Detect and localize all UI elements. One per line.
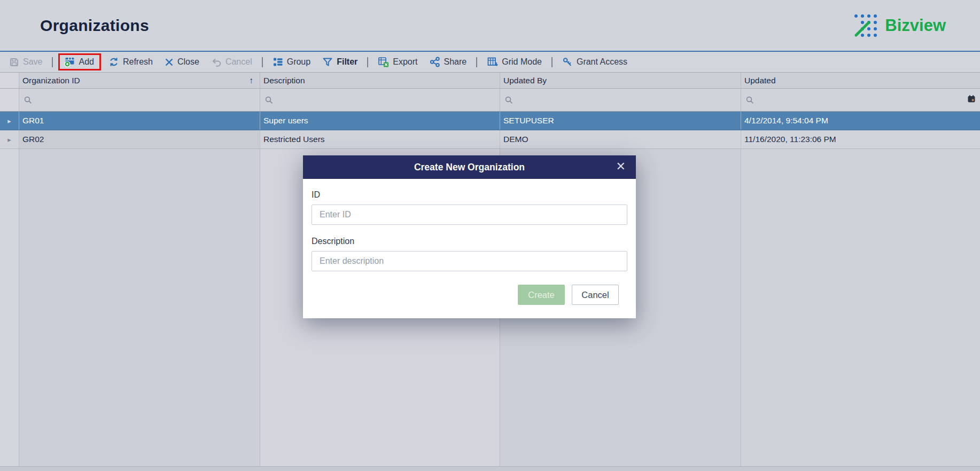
grid-filter-row [0, 89, 980, 112]
filter-cell-description[interactable] [260, 89, 500, 111]
add-icon [64, 57, 75, 67]
cell-updated[interactable]: 4/12/2014, 9:54:04 PM [741, 112, 980, 130]
row-expander-icon: ▸ [7, 136, 11, 144]
filter-cell-expander [0, 89, 19, 111]
row-expander[interactable]: ▸ [0, 112, 19, 130]
dialog-header: Create New Organization ✕ [303, 155, 636, 179]
export-label: Export [393, 57, 417, 67]
filter-cell-updated[interactable] [741, 89, 980, 111]
description-field-label: Description [312, 237, 627, 246]
save-label: Save [23, 57, 42, 67]
grid-header-row: Organization ID ↑ Description Updated By… [0, 73, 980, 89]
cancel-button[interactable]: Cancel [572, 285, 619, 305]
cell-updated[interactable]: 11/16/2020, 11:23:06 PM [741, 130, 980, 148]
group-label: Group [287, 57, 310, 67]
empty-column-band [19, 149, 260, 466]
grant-access-label: Grant Access [577, 57, 627, 67]
close-button[interactable]: Close [159, 52, 205, 72]
refresh-label: Refresh [123, 57, 153, 67]
column-header-label: Organization ID [22, 76, 80, 85]
cell-organization-id[interactable]: GR02 [19, 130, 260, 148]
dialog-title: Create New Organization [414, 162, 525, 173]
id-field-label: ID [312, 190, 627, 200]
column-header-updated-by[interactable]: Updated By [500, 73, 741, 88]
column-header-label: Updated [744, 76, 776, 85]
create-button[interactable]: Create [518, 285, 565, 305]
table-row-gr01[interactable]: ▸ GR01 Super users SETUPUSER 4/12/2014, … [0, 112, 980, 130]
bizview-logo-icon [852, 12, 879, 39]
share-label: Share [444, 57, 467, 67]
grid-mode-label: Grid Mode [502, 57, 542, 67]
export-icon [378, 57, 389, 67]
row-expander[interactable]: ▸ [0, 130, 19, 148]
toolbar-separator [52, 57, 53, 67]
column-header-organization-id[interactable]: Organization ID ↑ [19, 73, 260, 88]
dialog-close-icon[interactable]: ✕ [616, 161, 626, 172]
id-field-group: ID [312, 190, 627, 225]
column-header-label: Updated By [503, 76, 547, 85]
toolbar: Save Add Refresh [0, 51, 980, 73]
dialog-body: ID Description Create Cancel [303, 179, 636, 305]
column-header-label: Description [263, 76, 305, 85]
save-icon [9, 57, 19, 67]
grid-mode-button[interactable]: Grid Mode [481, 52, 548, 72]
dialog-footer: Create Cancel [312, 271, 627, 305]
expander-column-header [0, 73, 19, 88]
grid-mode-icon [487, 57, 498, 67]
group-button[interactable]: Group [267, 52, 316, 72]
cancel-undo-icon [211, 57, 222, 67]
close-icon [165, 58, 174, 67]
grant-access-button[interactable]: Grant Access [556, 52, 633, 72]
close-label: Close [177, 57, 199, 67]
brand-logo: Bizview [852, 12, 946, 39]
filter-label: Filter [337, 57, 357, 67]
brand-name: Bizview [885, 16, 946, 35]
cell-description[interactable]: Restricted Users [260, 130, 500, 148]
filter-cell-updated-by[interactable] [500, 89, 741, 111]
app-window: Organizations Bizview Save [0, 0, 980, 471]
search-icon [265, 96, 273, 104]
cancel-toolbar-button[interactable]: Cancel [205, 52, 258, 72]
calendar-picker-icon[interactable] [967, 95, 976, 105]
cell-updated-by[interactable]: SETUPUSER [500, 112, 741, 130]
sort-ascending-icon: ↑ [249, 75, 253, 85]
row-expander-icon: ▸ [7, 117, 11, 125]
share-icon [430, 57, 440, 67]
id-input[interactable] [312, 205, 627, 225]
refresh-icon [108, 57, 119, 67]
export-button[interactable]: Export [372, 52, 423, 72]
share-button[interactable]: Share [424, 52, 473, 72]
filter-button[interactable]: Filter [316, 52, 363, 72]
empty-column-band [0, 149, 19, 466]
save-button[interactable]: Save [3, 52, 48, 72]
toolbar-separator [367, 57, 368, 67]
search-icon [24, 96, 32, 104]
description-input[interactable] [312, 251, 627, 271]
add-label: Add [79, 57, 94, 67]
search-icon [746, 96, 754, 104]
empty-column-band [741, 149, 980, 466]
column-header-updated[interactable]: Updated [741, 73, 980, 88]
toolbar-separator [551, 57, 553, 67]
group-icon [273, 57, 283, 67]
table-row-gr02[interactable]: ▸ GR02 Restricted Users DEMO 11/16/2020,… [0, 130, 980, 149]
cancel-toolbar-label: Cancel [225, 57, 252, 67]
filter-cell-organization-id[interactable] [19, 89, 260, 111]
grant-access-key-icon [562, 57, 573, 67]
cell-description[interactable]: Super users [260, 112, 500, 130]
create-organization-dialog: Create New Organization ✕ ID Description… [303, 155, 636, 318]
description-field-group: Description [312, 237, 627, 271]
column-header-description[interactable]: Description [260, 73, 500, 88]
page-title: Organizations [40, 17, 149, 35]
page-header: Organizations Bizview [0, 0, 980, 51]
search-icon [505, 96, 513, 104]
toolbar-separator [476, 57, 477, 67]
refresh-button[interactable]: Refresh [103, 52, 159, 72]
cell-updated-by[interactable]: DEMO [500, 130, 741, 148]
horizontal-scrollbar-track[interactable] [0, 466, 980, 471]
filter-icon [322, 57, 333, 67]
add-button[interactable]: Add [58, 53, 100, 70]
cell-organization-id[interactable]: GR01 [19, 112, 260, 130]
toolbar-separator [262, 57, 263, 67]
